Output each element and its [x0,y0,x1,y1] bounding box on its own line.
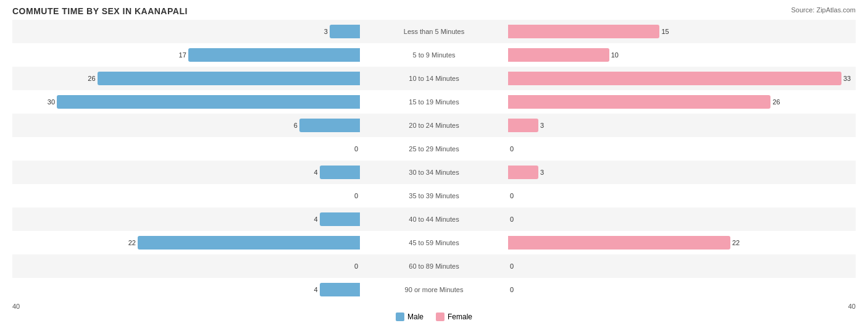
left-section: 0 [12,254,434,278]
chart-row: 060 to 89 Minutes0 [12,254,856,278]
chart-row: 440 to 44 Minutes0 [12,208,856,231]
chart-row: 175 to 9 Minutes10 [12,43,856,67]
male-value: 4 [314,286,317,293]
chart-row: 035 to 39 Minutes0 [12,184,856,208]
female-value: 33 [843,75,851,82]
bar-male: 30 [57,95,360,109]
left-section: 26 [12,67,434,90]
female-value: 10 [611,51,619,59]
axis-left: 40 [12,303,20,310]
female-value: 0 [510,216,514,223]
male-value: 4 [314,216,317,223]
bar-female: 26 [508,95,770,109]
legend-female: Female [436,313,472,321]
male-value: 6 [294,122,298,129]
left-section: 22 [12,231,434,254]
bar-male: 17 [188,48,360,62]
male-value: 0 [354,145,358,153]
right-section: 0 [434,254,856,278]
left-section: 4 [12,208,434,231]
bottom-axis: 40 40 [12,303,856,310]
bar-female: 10 [508,48,609,62]
left-section: 4 [12,278,434,301]
bar-male: 4 [320,166,360,179]
male-value: 0 [354,262,358,270]
chart-title: COMMUTE TIME BY SEX IN KAANAPALI [12,6,856,16]
chart-row: 3Less than 5 Minutes15 [12,20,856,43]
bars-area: 3Less than 5 Minutes15175 to 9 Minutes10… [12,20,856,301]
bar-male: 4 [320,283,360,296]
female-value: 0 [510,145,514,153]
bar-female: 3 [508,166,538,179]
bar-female: 15 [508,25,659,38]
axis-right: 40 [848,303,856,310]
male-value: 17 [179,51,186,59]
right-section: 0 [434,278,856,301]
male-value: 26 [88,75,95,82]
male-value: 22 [128,239,136,246]
female-value: 0 [510,262,514,270]
chart-row: 2245 to 59 Minutes22 [12,231,856,254]
right-section: 26 [434,90,856,114]
right-section: 0 [434,137,856,161]
right-section: 0 [434,184,856,208]
female-value: 3 [540,122,544,129]
male-value: 4 [314,169,317,176]
legend-female-box [436,313,444,321]
right-section: 22 [434,231,856,254]
female-value: 0 [510,192,514,199]
legend-male-label: Male [407,313,424,321]
chart-row: 2610 to 14 Minutes33 [12,67,856,90]
left-section: 6 [12,114,434,137]
bar-female: 22 [508,236,730,250]
legend-male-box [396,313,404,321]
legend-female-label: Female [448,313,472,321]
right-section: 3 [434,114,856,137]
female-value: 0 [510,286,514,293]
left-section: 30 [12,90,434,114]
female-value: 26 [772,98,780,106]
male-value: 3 [324,28,328,35]
chart-row: 430 to 34 Minutes3 [12,161,856,184]
right-section: 33 [434,67,856,90]
male-value: 0 [354,192,358,199]
chart-row: 3015 to 19 Minutes26 [12,90,856,114]
source-text: Source: ZipAtlas.com [791,6,856,14]
bar-male: 22 [138,236,360,250]
bar-female: 3 [508,119,538,132]
right-section: 3 [434,161,856,184]
female-value: 3 [540,169,544,176]
bar-female: 33 [508,72,841,85]
legend: Male Female [12,313,856,321]
chart-row: 620 to 24 Minutes3 [12,114,856,137]
left-section: 17 [12,43,434,67]
right-section: 10 [434,43,856,67]
left-section: 0 [12,137,434,161]
bar-male: 4 [320,212,360,226]
legend-male: Male [396,313,424,321]
male-value: 30 [48,98,55,106]
bar-male: 26 [98,72,360,85]
chart-container: COMMUTE TIME BY SEX IN KAANAPALI Source:… [0,0,868,323]
left-section: 3 [12,20,434,43]
bar-male: 3 [330,25,360,38]
bar-male: 6 [299,119,360,132]
female-value: 22 [732,239,740,246]
right-section: 15 [434,20,856,43]
female-value: 15 [661,28,669,35]
left-section: 0 [12,184,434,208]
chart-row: 490 or more Minutes0 [12,278,856,301]
left-section: 4 [12,161,434,184]
right-section: 0 [434,208,856,231]
chart-row: 025 to 29 Minutes0 [12,137,856,161]
